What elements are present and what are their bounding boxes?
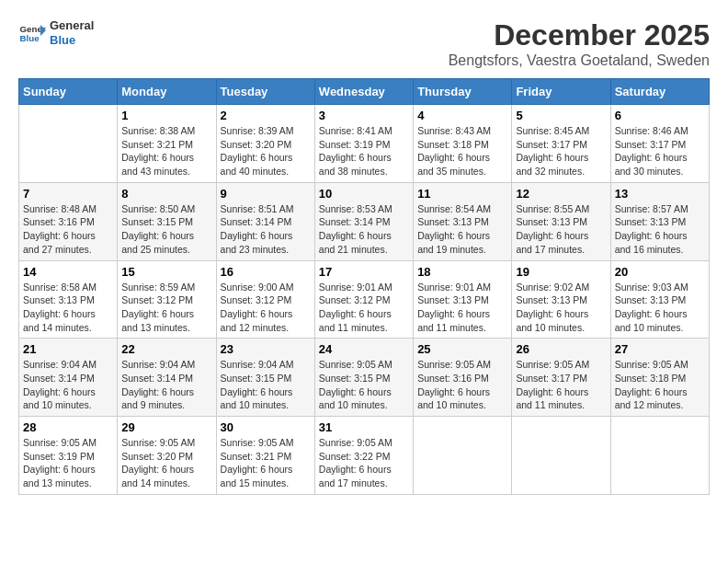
day-number: 28 [23,420,113,434]
title-area: December 2025 Bengtsfors, Vaestra Goetal… [449,18,710,69]
month-title: December 2025 [449,18,710,52]
logo-line2: Blue [50,33,94,48]
day-header-wednesday: Wednesday [314,79,413,105]
day-info: Sunrise: 8:50 AMSunset: 3:15 PMDaylight:… [121,202,211,257]
day-number: 9 [221,187,311,201]
calendar-cell: 21Sunrise: 9:04 AMSunset: 3:14 PMDayligh… [19,339,118,417]
week-row-1: 1Sunrise: 8:38 AMSunset: 3:21 PMDaylight… [19,105,710,183]
calendar-cell: 12Sunrise: 8:55 AMSunset: 3:13 PMDayligh… [512,182,610,260]
day-number: 10 [319,187,409,201]
day-header-tuesday: Tuesday [216,79,314,105]
week-row-4: 21Sunrise: 9:04 AMSunset: 3:14 PMDayligh… [19,339,710,417]
day-number: 22 [121,342,211,356]
day-info: Sunrise: 9:05 AMSunset: 3:19 PMDaylight:… [23,436,113,490]
day-number: 3 [319,109,409,122]
logo-line1: General [50,18,94,33]
day-number: 4 [417,109,507,122]
logo: General Blue General Blue [18,18,94,47]
calendar-cell: 27Sunrise: 9:05 AMSunset: 3:18 PMDayligh… [610,339,709,417]
week-row-3: 14Sunrise: 8:58 AMSunset: 3:13 PMDayligh… [19,260,710,339]
calendar-cell: 31Sunrise: 9:05 AMSunset: 3:22 PMDayligh… [314,417,413,495]
day-info: Sunrise: 9:05 AMSunset: 3:17 PMDaylight:… [516,358,606,412]
calendar-cell: 30Sunrise: 9:05 AMSunset: 3:21 PMDayligh… [216,417,314,495]
calendar-cell [610,417,709,495]
day-number: 16 [221,265,311,279]
day-info: Sunrise: 8:46 AMSunset: 3:17 PMDaylight:… [615,124,705,178]
calendar-cell: 20Sunrise: 9:03 AMSunset: 3:13 PMDayligh… [610,260,709,339]
day-info: Sunrise: 9:05 AMSunset: 3:18 PMDaylight:… [615,358,705,412]
calendar-cell: 28Sunrise: 9:05 AMSunset: 3:19 PMDayligh… [19,417,118,495]
day-info: Sunrise: 9:00 AMSunset: 3:12 PMDaylight:… [221,281,311,335]
location-title: Bengtsfors, Vaestra Goetaland, Sweden [449,52,710,69]
day-header-saturday: Saturday [610,79,709,105]
day-number: 18 [417,265,507,279]
day-info: Sunrise: 8:59 AMSunset: 3:12 PMDaylight:… [121,281,211,335]
calendar-cell: 22Sunrise: 9:04 AMSunset: 3:14 PMDayligh… [118,339,216,417]
calendar-cell [512,417,610,495]
week-row-5: 28Sunrise: 9:05 AMSunset: 3:19 PMDayligh… [19,417,710,495]
day-number: 5 [516,109,606,122]
calendar-cell [19,105,118,183]
day-info: Sunrise: 9:05 AMSunset: 3:15 PMDaylight:… [319,358,409,412]
day-info: Sunrise: 8:39 AMSunset: 3:20 PMDaylight:… [221,124,311,178]
calendar-cell: 19Sunrise: 9:02 AMSunset: 3:13 PMDayligh… [512,260,610,339]
calendar-cell: 10Sunrise: 8:53 AMSunset: 3:14 PMDayligh… [314,182,413,260]
day-number: 12 [516,187,606,201]
calendar-cell: 26Sunrise: 9:05 AMSunset: 3:17 PMDayligh… [512,339,610,417]
calendar-cell: 16Sunrise: 9:00 AMSunset: 3:12 PMDayligh… [216,260,314,339]
day-info: Sunrise: 8:38 AMSunset: 3:21 PMDaylight:… [121,124,211,178]
calendar-cell: 23Sunrise: 9:04 AMSunset: 3:15 PMDayligh… [216,339,314,417]
day-number: 8 [121,187,211,201]
day-number: 17 [319,265,409,279]
day-info: Sunrise: 8:55 AMSunset: 3:13 PMDaylight:… [516,202,606,257]
logo-icon: General Blue [18,19,46,47]
day-info: Sunrise: 9:02 AMSunset: 3:13 PMDaylight:… [516,281,606,335]
day-number: 14 [23,265,113,279]
day-info: Sunrise: 8:48 AMSunset: 3:16 PMDaylight:… [23,202,113,257]
calendar-table: SundayMondayTuesdayWednesdayThursdayFrid… [18,78,710,495]
day-number: 1 [121,109,211,122]
day-number: 24 [319,342,409,356]
calendar-cell: 29Sunrise: 9:05 AMSunset: 3:20 PMDayligh… [118,417,216,495]
day-number: 2 [221,109,311,122]
day-number: 20 [615,265,705,279]
day-number: 21 [23,342,113,356]
day-number: 27 [615,342,705,356]
day-number: 19 [516,265,606,279]
calendar-cell: 6Sunrise: 8:46 AMSunset: 3:17 PMDaylight… [610,105,709,183]
day-info: Sunrise: 9:03 AMSunset: 3:13 PMDaylight:… [615,281,705,335]
day-number: 25 [417,342,507,356]
day-number: 7 [23,187,113,201]
calendar-cell: 1Sunrise: 8:38 AMSunset: 3:21 PMDaylight… [118,105,216,183]
day-header-monday: Monday [118,79,216,105]
day-info: Sunrise: 8:54 AMSunset: 3:13 PMDaylight:… [417,202,507,257]
day-number: 26 [516,342,606,356]
day-info: Sunrise: 8:41 AMSunset: 3:19 PMDaylight:… [319,124,409,178]
day-number: 11 [417,187,507,201]
day-info: Sunrise: 8:45 AMSunset: 3:17 PMDaylight:… [516,124,606,178]
calendar-cell: 18Sunrise: 9:01 AMSunset: 3:13 PMDayligh… [414,260,512,339]
header: General Blue General Blue December 2025 … [18,18,710,69]
calendar-cell: 24Sunrise: 9:05 AMSunset: 3:15 PMDayligh… [314,339,413,417]
day-info: Sunrise: 9:01 AMSunset: 3:12 PMDaylight:… [319,281,409,335]
day-info: Sunrise: 9:05 AMSunset: 3:16 PMDaylight:… [417,358,507,412]
day-number: 29 [121,420,211,434]
header-row: SundayMondayTuesdayWednesdayThursdayFrid… [19,79,710,105]
day-number: 6 [615,109,705,122]
calendar-cell: 14Sunrise: 8:58 AMSunset: 3:13 PMDayligh… [19,260,118,339]
calendar-cell [414,417,512,495]
calendar-cell: 3Sunrise: 8:41 AMSunset: 3:19 PMDaylight… [314,105,413,183]
day-number: 13 [615,187,705,201]
calendar-cell: 17Sunrise: 9:01 AMSunset: 3:12 PMDayligh… [314,260,413,339]
calendar-cell: 15Sunrise: 8:59 AMSunset: 3:12 PMDayligh… [118,260,216,339]
day-header-friday: Friday [512,79,610,105]
day-info: Sunrise: 8:58 AMSunset: 3:13 PMDaylight:… [23,281,113,335]
day-info: Sunrise: 8:57 AMSunset: 3:13 PMDaylight:… [615,202,705,257]
day-header-thursday: Thursday [414,79,512,105]
calendar-cell: 2Sunrise: 8:39 AMSunset: 3:20 PMDaylight… [216,105,314,183]
day-info: Sunrise: 9:01 AMSunset: 3:13 PMDaylight:… [417,281,507,335]
day-header-sunday: Sunday [19,79,118,105]
calendar-cell: 25Sunrise: 9:05 AMSunset: 3:16 PMDayligh… [414,339,512,417]
day-info: Sunrise: 9:04 AMSunset: 3:15 PMDaylight:… [221,358,311,412]
day-info: Sunrise: 8:51 AMSunset: 3:14 PMDaylight:… [221,202,311,257]
